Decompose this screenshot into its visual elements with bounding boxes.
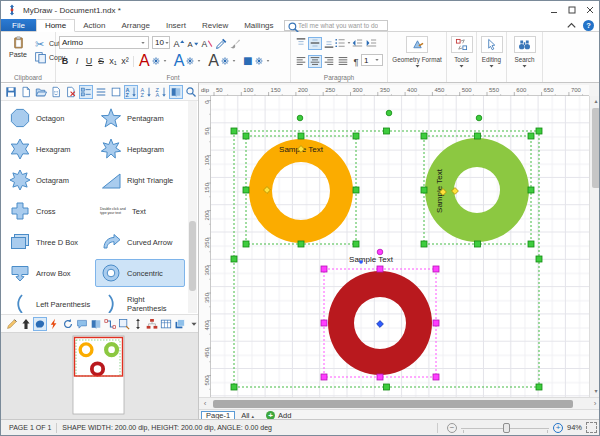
doc-smile-button[interactable] [49, 85, 63, 99]
shape-item-arrow-box[interactable]: Arrow Box [4, 259, 94, 287]
new-doc-button[interactable] [19, 85, 33, 99]
font-effect-button-3[interactable]: A [208, 52, 237, 70]
lightning-button[interactable] [47, 317, 61, 331]
pencil-button[interactable] [5, 317, 19, 331]
collapse-ribbon-button[interactable] [565, 20, 577, 31]
shape-item-left-parenthesis[interactable]: Left Parenthesis [4, 290, 94, 313]
refresh-button[interactable] [61, 317, 75, 331]
font-toggle-i[interactable]: I [71, 55, 83, 68]
bubble-button[interactable] [75, 317, 89, 331]
scroll-up-icon[interactable]: ▴ [590, 96, 600, 107]
zoom-slider[interactable] [461, 423, 549, 433]
vertical-scroll-thumb[interactable] [592, 108, 600, 188]
view-list-button[interactable] [79, 85, 93, 99]
help-button[interactable]: ? [583, 20, 594, 31]
zoom-slider-thumb[interactable] [503, 423, 510, 433]
search-button[interactable]: Search [507, 32, 542, 82]
font-up-button[interactable]: A [172, 38, 186, 51]
font-toggle-b[interactable]: B [59, 55, 71, 68]
view-lines-icon [95, 86, 107, 98]
line-spacing-select[interactable]: 1 [361, 54, 383, 66]
font-toggle-x[interactable]: x₁ [107, 55, 119, 68]
fit-to-window-button[interactable] [586, 422, 597, 433]
v-spacing-button[interactable] [131, 317, 145, 331]
shape-item-hexagram[interactable]: Hexagram [4, 135, 94, 163]
font-toggle-x[interactable]: x² [119, 55, 131, 68]
paste-button[interactable]: Paste [4, 36, 32, 72]
tell-me-search-input[interactable]: Tell me what you want to do [284, 20, 388, 31]
view-lines-button[interactable] [94, 85, 108, 99]
shape-tool-button[interactable] [33, 317, 47, 331]
canvas-pin-button[interactable] [117, 317, 131, 331]
book-button[interactable] [89, 317, 103, 331]
eyedropper-button[interactable] [214, 38, 228, 51]
book-button[interactable] [169, 85, 183, 99]
orgchart-button[interactable] [145, 317, 159, 331]
vertical-scrollbar[interactable]: ▴ ▾ [589, 96, 600, 397]
shape-item-text[interactable]: Double click and type your textText [95, 197, 185, 225]
valign-top-button[interactable] [294, 37, 308, 50]
connector-button[interactable] [103, 317, 117, 331]
font-toggle-u[interactable]: U [83, 55, 95, 68]
save-button[interactable] [4, 85, 18, 99]
tab-home[interactable]: Home [36, 19, 75, 32]
font-family-select[interactable]: Arimo [59, 36, 149, 49]
align-center-button[interactable] [308, 55, 322, 68]
shape-item-concentric[interactable]: Concentric [95, 259, 185, 287]
tab-mailings[interactable]: Mailings [236, 19, 281, 31]
indent-more-button[interactable] [364, 37, 378, 50]
view-blank-button[interactable] [109, 85, 123, 99]
shape-item-heptagram[interactable]: Heptagram [95, 135, 185, 163]
font-effect-button-1[interactable]: A [139, 52, 168, 70]
tab-review[interactable]: Review [194, 19, 236, 31]
shape-item-right-triangle[interactable]: Right Triangle [95, 166, 185, 194]
minimize-button[interactable] [545, 2, 563, 18]
scroll-down-icon[interactable]: ▾ [590, 386, 600, 397]
horizontal-scrollbar[interactable]: ‹ › [199, 397, 600, 409]
maximize-button[interactable] [563, 2, 581, 18]
bullet-button[interactable] [336, 37, 350, 50]
indent-less-button[interactable] [350, 37, 364, 50]
drawing-canvas[interactable]: Sample TextSample TextSample Text [211, 96, 589, 397]
sort-az-button[interactable]: AZ [124, 85, 138, 99]
font-effect-button-4[interactable]: ■ [243, 52, 271, 70]
shape-item-curved-arrow[interactable]: Curved Arrow [95, 228, 185, 256]
table-button[interactable] [159, 317, 173, 331]
font-effect-button-2[interactable]: A [174, 52, 203, 70]
close-button[interactable] [581, 2, 599, 18]
zoom-out-button[interactable]: − [447, 423, 457, 433]
shape-item-pentagram[interactable]: Pentagram [95, 104, 185, 132]
geometry-format-button[interactable]: Geometry Format [388, 32, 446, 82]
font-color-button[interactable]: A [200, 38, 214, 51]
tab-file[interactable]: File [1, 19, 36, 31]
zoom-in-button[interactable]: + [553, 423, 563, 433]
doc-del-button[interactable] [64, 85, 78, 99]
pointer-button[interactable] [19, 317, 33, 331]
tab-insert[interactable]: Insert [158, 19, 194, 31]
sort-asc-button[interactable]: AZ [139, 85, 153, 99]
tools-button[interactable]: Tools [447, 32, 476, 82]
shape-item-octagon[interactable]: Octagon [4, 104, 94, 132]
font-down-button[interactable]: A [186, 38, 200, 51]
editing-button[interactable]: Editing [477, 32, 506, 82]
font-toggle-s[interactable]: S [95, 55, 107, 68]
magnifier-button[interactable] [184, 85, 198, 99]
shape-list-scrollbar[interactable] [188, 101, 197, 313]
brush-button[interactable] [228, 38, 242, 51]
align-left-button[interactable] [294, 55, 308, 68]
horizontal-scroll-thumb[interactable] [213, 400, 573, 408]
shape-item-cross[interactable]: Cross [4, 197, 94, 225]
open-button[interactable] [34, 85, 48, 99]
page-thumbnail[interactable] [1, 333, 198, 421]
shape-item-octagram[interactable]: Octagram [4, 166, 94, 194]
valign-middle-button[interactable] [308, 37, 322, 50]
align-right-button[interactable] [322, 55, 336, 68]
tab-arrange[interactable]: Arrange [113, 19, 157, 31]
justify-button[interactable] [336, 55, 350, 68]
sort-desc-button[interactable]: ZA [154, 85, 168, 99]
font-size-select[interactable]: 10 [152, 36, 170, 49]
shape-item-three-d-box[interactable]: Three D Box [4, 228, 94, 256]
tab-action[interactable]: Action [75, 19, 113, 31]
shape-item-right-parenthesis[interactable]: Right Parenthesis [95, 290, 185, 313]
layers-button[interactable] [173, 317, 187, 331]
